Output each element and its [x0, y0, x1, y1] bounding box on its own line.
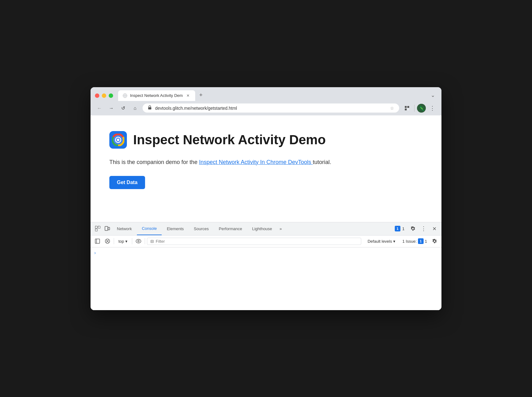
svg-rect-14 — [95, 226, 97, 228]
tab-lighthouse[interactable]: Lighthouse — [247, 222, 277, 235]
tab-sources[interactable]: Sources — [189, 222, 214, 235]
devtools-tabs: Network Console Elements Sources Perform… — [112, 222, 392, 235]
refresh-button[interactable]: ↺ — [119, 104, 128, 113]
maximize-button[interactable] — [109, 93, 113, 98]
svg-rect-3 — [148, 107, 151, 109]
close-button[interactable] — [95, 93, 99, 98]
svg-rect-20 — [95, 239, 100, 243]
devtools-panel: Network Console Elements Sources Perform… — [91, 222, 441, 310]
svg-rect-16 — [95, 229, 97, 231]
active-tab[interactable]: Inspect Network Activity Dem ✕ — [118, 90, 195, 101]
forward-button[interactable]: → — [107, 104, 116, 113]
nav-divider — [414, 105, 415, 112]
get-data-button[interactable]: Get Data — [109, 176, 145, 189]
page-title: Inspect Network Activity Demo — [133, 132, 326, 147]
address-url: devtools.glitch.me/network/getstarted.ht… — [155, 106, 387, 111]
context-label: top — [118, 239, 124, 244]
devtools-actions: 1 1 ⋮ ✕ — [392, 224, 439, 233]
profile-avatar[interactable]: 🦎 — [417, 104, 426, 113]
log-levels-selector[interactable]: Default levels ▾ — [365, 238, 398, 245]
address-bar[interactable]: devtools.glitch.me/network/getstarted.ht… — [143, 103, 399, 113]
clear-console-button[interactable] — [103, 237, 112, 246]
devtools-more-button[interactable]: ⋮ — [419, 224, 428, 233]
traffic-lights — [95, 93, 113, 98]
tab-dropdown-button[interactable]: ⌄ — [428, 91, 437, 100]
filter-icon: ⊟ — [150, 239, 154, 244]
tab-favicon-icon — [123, 93, 128, 98]
console-divider-3 — [145, 238, 145, 244]
svg-rect-5 — [407, 106, 409, 108]
minimize-button[interactable] — [102, 93, 106, 98]
issues-badge-icon: 1 — [395, 226, 400, 231]
levels-dropdown-icon: ▾ — [393, 239, 395, 244]
tab-bar: Inspect Network Activity Dem ✕ + ⌄ — [118, 90, 437, 101]
svg-rect-15 — [98, 226, 100, 228]
tab-elements[interactable]: Elements — [162, 222, 189, 235]
description-before: This is the companion demo for the — [109, 159, 199, 165]
title-bar: Inspect Network Activity Dem ✕ + ⌄ — [91, 87, 441, 101]
console-issues-count: 1 — [425, 239, 427, 244]
console-arrow[interactable]: › — [94, 250, 96, 255]
console-issues-icon: 1 — [418, 238, 424, 244]
nav-bar: ← → ↺ ⌂ devtools.glitch.me/network/getst… — [91, 101, 441, 115]
tab-title: Inspect Network Activity Dem — [130, 93, 183, 98]
sidebar-toggle-button[interactable] — [93, 237, 102, 246]
tab-close-button[interactable]: ✕ — [185, 93, 191, 98]
more-tabs-button[interactable]: » — [277, 222, 284, 235]
svg-rect-4 — [405, 106, 407, 108]
console-divider-2 — [132, 238, 132, 244]
svg-point-19 — [412, 228, 414, 230]
tab-console[interactable]: Console — [137, 222, 162, 235]
device-toggle-button[interactable] — [102, 224, 112, 233]
context-dropdown-icon: ▾ — [125, 239, 128, 244]
svg-point-25 — [136, 239, 141, 243]
page-content: Inspect Network Activity Demo This is th… — [91, 115, 441, 222]
extensions-button[interactable] — [402, 103, 412, 113]
svg-text:🦎: 🦎 — [419, 106, 425, 111]
eye-button[interactable] — [134, 237, 143, 246]
tab-network[interactable]: Network — [112, 222, 137, 235]
new-tab-button[interactable]: + — [196, 91, 205, 100]
filter-bar[interactable]: ⊟ — [147, 238, 361, 245]
element-picker-button[interactable] — [93, 224, 102, 233]
svg-point-27 — [434, 241, 436, 242]
svg-point-26 — [138, 241, 139, 242]
svg-point-13 — [117, 139, 119, 141]
svg-rect-6 — [405, 109, 407, 110]
svg-rect-18 — [108, 227, 110, 230]
nav-icons: 🦎 ⋮ — [402, 103, 437, 113]
default-levels-label: Default levels — [368, 239, 392, 244]
page-description: This is the companion demo for the Inspe… — [109, 158, 423, 167]
back-button[interactable]: ← — [95, 104, 104, 113]
browser-window: Inspect Network Activity Dem ✕ + ⌄ ← → ↺… — [91, 87, 441, 310]
devtools-settings-button[interactable] — [408, 224, 418, 233]
console-issues-badge[interactable]: 1 Issue: 1 1 — [400, 237, 429, 245]
bookmark-icon[interactable]: ☆ — [390, 106, 394, 111]
devtools-close-button[interactable]: ✕ — [430, 224, 439, 233]
home-button[interactable]: ⌂ — [131, 104, 139, 113]
address-lock-icon — [148, 105, 152, 111]
page-icon — [109, 131, 127, 149]
context-selector[interactable]: top ▾ — [116, 238, 130, 244]
page-header: Inspect Network Activity Demo — [109, 131, 423, 149]
issues-label: 1 Issue: — [402, 239, 417, 244]
console-divider-1 — [114, 238, 114, 244]
page-link[interactable]: Inspect Network Activity In Chrome DevTo… — [199, 159, 313, 165]
issues-count: 1 — [402, 226, 404, 231]
devtools-toolbar: Network Console Elements Sources Perform… — [91, 222, 441, 236]
console-toolbar: top ▾ ⊟ Default levels ▾ 1 Issue: — [91, 236, 441, 247]
svg-rect-17 — [105, 226, 108, 230]
description-after: tutorial. — [313, 159, 331, 165]
menu-button[interactable]: ⋮ — [428, 103, 437, 113]
console-settings-button[interactable] — [430, 237, 439, 246]
filter-input[interactable] — [156, 239, 358, 244]
issues-badge[interactable]: 1 1 — [392, 225, 407, 233]
console-content: › — [91, 247, 441, 310]
tab-performance[interactable]: Performance — [214, 222, 247, 235]
